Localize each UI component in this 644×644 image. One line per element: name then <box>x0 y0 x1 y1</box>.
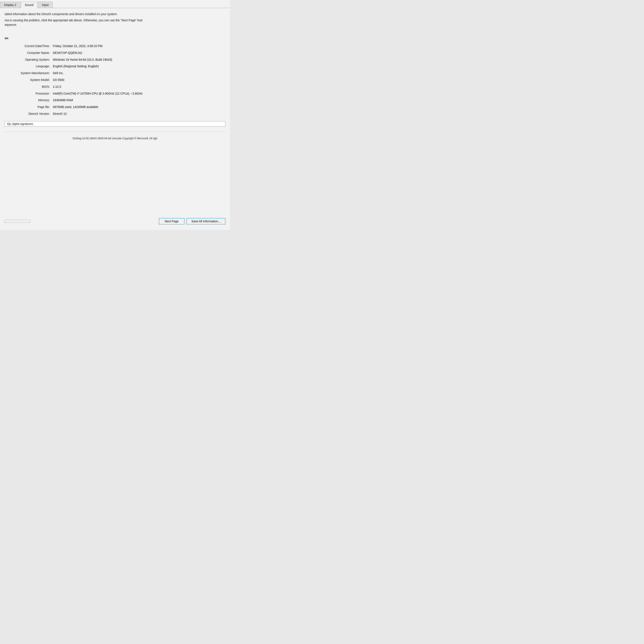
label-manufacturer: System Manufacturer: <box>5 70 52 77</box>
value-os: Windows 10 Home 64-bit (10.0, Build 1904… <box>52 56 225 63</box>
next-page-button[interactable]: Next Page <box>159 218 184 224</box>
content-area: tailed information about the DirectX com… <box>0 8 230 230</box>
section-title: on <box>5 36 225 40</box>
label-model: System Model: <box>5 77 52 83</box>
label-bios: BIOS: <box>5 83 52 90</box>
table-row: Processor: Intel(R) Core(TM) i7-10750H C… <box>5 90 225 97</box>
whql-checkbox[interactable]: IQL digital signatures <box>5 121 225 126</box>
value-language: English (Regional Setting: English) <box>52 63 225 70</box>
label-directx: DirectX Version: <box>5 111 52 117</box>
prev-button[interactable] <box>5 220 30 223</box>
value-processor: Intel(R) Core(TM) i7-10750H CPU @ 2.60GH… <box>52 90 225 97</box>
value-bios: 1.12.0 <box>52 83 225 90</box>
save-all-button[interactable]: Save All Information... <box>187 218 225 224</box>
tab-bar: Display 2 Sound Input <box>0 0 230 8</box>
value-computer: DESKTOP-QQEKLN2 <box>52 50 225 56</box>
table-row: Memory: 16384MB RAM <box>5 97 225 104</box>
label-date: Current Date/Time: <box>5 43 52 50</box>
button-row: Next Page Save All Information... <box>5 216 225 227</box>
value-memory: 16384MB RAM <box>52 97 225 104</box>
label-computer: Computer Name: <box>5 50 52 56</box>
tab-display2[interactable]: Display 2 <box>0 2 20 8</box>
intro-line2: rea is causing the problem, click the ap… <box>5 18 225 27</box>
value-model: G5 5500 <box>52 77 225 83</box>
value-directx: DirectX 12 <box>52 111 225 117</box>
label-pagefile: Page file: <box>5 104 52 111</box>
table-row: BIOS: 1.12.0 <box>5 83 225 90</box>
label-memory: Memory: <box>5 97 52 104</box>
value-pagefile: 4876MB used, 14245MB available <box>52 104 225 111</box>
table-row: DirectX Version: DirectX 12 <box>5 111 225 117</box>
table-row: Operating System: Windows 10 Home 64-bit… <box>5 56 225 63</box>
table-row: Language: English (Regional Setting: Eng… <box>5 63 225 70</box>
tab-input[interactable]: Input <box>38 2 53 8</box>
label-language: Language: <box>5 63 52 70</box>
system-info-table: Current Date/Time: Friday, October 21, 2… <box>5 43 225 117</box>
value-manufacturer: Dell Inc. <box>52 70 225 77</box>
dxdiag-window: Display 2 Sound Input tailed information… <box>0 0 230 230</box>
intro-line1: tailed information about the DirectX com… <box>5 12 225 16</box>
table-row: Computer Name: DESKTOP-QQEKLN2 <box>5 50 225 56</box>
label-os: Operating System: <box>5 56 52 63</box>
tab-sound[interactable]: Sound <box>21 2 37 8</box>
value-date: Friday, October 21, 2022, 4:06:10 PM <box>52 43 225 50</box>
table-row: System Manufacturer: Dell Inc. <box>5 70 225 77</box>
table-row: System Model: G5 5500 <box>5 77 225 83</box>
table-row: Current Date/Time: Friday, October 21, 2… <box>5 43 225 50</box>
table-row: Page file: 4876MB used, 14245MB availabl… <box>5 104 225 111</box>
label-processor: Processor: <box>5 90 52 97</box>
footer-copyright: DxDiag 10.00.19041.0928 64-bit Unicode C… <box>5 137 225 140</box>
